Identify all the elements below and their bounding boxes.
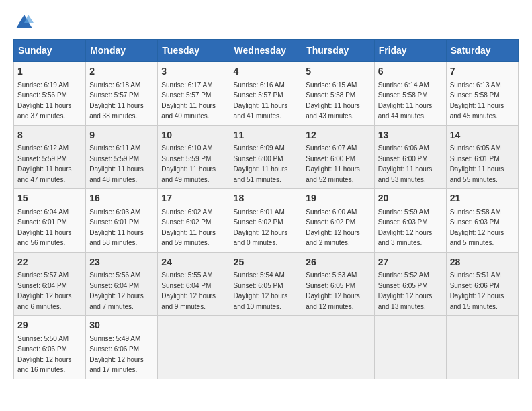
weekday-header-friday: Friday	[374, 40, 446, 62]
day-info: Sunrise: 5:59 AMSunset: 6:03 PMDaylight:…	[378, 208, 433, 247]
day-info: Sunrise: 5:52 AMSunset: 6:05 PMDaylight:…	[378, 271, 433, 310]
day-info: Sunrise: 5:51 AMSunset: 6:06 PMDaylight:…	[450, 271, 504, 310]
calendar-day-cell: 14 Sunrise: 6:05 AMSunset: 6:01 PMDaylig…	[446, 125, 518, 189]
day-number: 13	[378, 129, 443, 142]
calendar-day-cell	[230, 316, 302, 379]
logo-icon	[15, 13, 34, 32]
page-header	[13, 13, 519, 32]
day-info: Sunrise: 6:14 AMSunset: 5:58 PMDaylight:…	[378, 81, 433, 120]
day-info: Sunrise: 6:17 AMSunset: 5:57 PMDaylight:…	[161, 81, 216, 120]
calendar-day-cell: 26 Sunrise: 5:53 AMSunset: 6:05 PMDaylig…	[302, 252, 374, 316]
day-number: 20	[378, 192, 443, 205]
day-number: 21	[450, 192, 515, 205]
calendar-day-cell: 29 Sunrise: 5:50 AMSunset: 6:06 PMDaylig…	[14, 316, 86, 379]
calendar-table: SundayMondayTuesdayWednesdayThursdayFrid…	[13, 39, 519, 379]
day-info: Sunrise: 6:06 AMSunset: 6:00 PMDaylight:…	[378, 144, 433, 183]
day-number: 14	[450, 129, 515, 142]
calendar-day-cell: 18 Sunrise: 6:01 AMSunset: 6:02 PMDaylig…	[230, 189, 302, 253]
calendar-day-cell: 12 Sunrise: 6:07 AMSunset: 6:00 PMDaylig…	[302, 125, 374, 189]
day-number: 11	[234, 129, 299, 142]
day-info: Sunrise: 6:18 AMSunset: 5:57 PMDaylight:…	[89, 81, 144, 120]
calendar-day-cell: 21 Sunrise: 5:58 AMSunset: 6:03 PMDaylig…	[446, 189, 518, 253]
day-number: 2	[89, 65, 154, 79]
calendar-day-cell: 13 Sunrise: 6:06 AMSunset: 6:00 PMDaylig…	[374, 125, 446, 189]
day-info: Sunrise: 6:00 AMSunset: 6:02 PMDaylight:…	[306, 208, 360, 247]
day-number: 16	[89, 192, 154, 205]
day-number: 19	[306, 192, 370, 205]
day-info: Sunrise: 6:16 AMSunset: 5:57 PMDaylight:…	[234, 81, 288, 120]
day-number: 12	[306, 129, 370, 142]
calendar-day-cell: 10 Sunrise: 6:10 AMSunset: 5:59 PMDaylig…	[158, 125, 230, 189]
day-number: 15	[17, 192, 82, 205]
calendar-day-cell	[158, 316, 230, 379]
day-number: 17	[161, 192, 226, 205]
day-number: 10	[161, 129, 226, 142]
day-number: 5	[306, 65, 370, 79]
calendar-day-cell: 17 Sunrise: 6:02 AMSunset: 6:02 PMDaylig…	[158, 189, 230, 253]
day-info: Sunrise: 5:58 AMSunset: 6:03 PMDaylight:…	[450, 208, 504, 247]
day-number: 3	[161, 65, 226, 79]
day-number: 25	[234, 256, 299, 269]
day-info: Sunrise: 5:54 AMSunset: 6:05 PMDaylight:…	[234, 271, 288, 310]
day-info: Sunrise: 6:09 AMSunset: 6:00 PMDaylight:…	[234, 144, 288, 183]
day-info: Sunrise: 6:04 AMSunset: 6:01 PMDaylight:…	[17, 208, 72, 247]
weekday-header-wednesday: Wednesday	[230, 40, 302, 62]
day-info: Sunrise: 5:55 AMSunset: 6:04 PMDaylight:…	[161, 271, 216, 310]
calendar-day-cell: 30 Sunrise: 5:49 AMSunset: 6:06 PMDaylig…	[86, 316, 158, 379]
day-info: Sunrise: 6:19 AMSunset: 5:56 PMDaylight:…	[17, 81, 72, 120]
day-info: Sunrise: 6:07 AMSunset: 6:00 PMDaylight:…	[306, 144, 360, 183]
calendar-day-cell	[302, 316, 374, 379]
calendar-day-cell: 11 Sunrise: 6:09 AMSunset: 6:00 PMDaylig…	[230, 125, 302, 189]
calendar-day-cell: 16 Sunrise: 6:03 AMSunset: 6:01 PMDaylig…	[86, 189, 158, 253]
day-info: Sunrise: 5:50 AMSunset: 6:06 PMDaylight:…	[17, 335, 72, 374]
day-info: Sunrise: 5:56 AMSunset: 6:04 PMDaylight:…	[89, 271, 144, 310]
weekday-header-monday: Monday	[86, 40, 158, 62]
day-number: 6	[378, 65, 443, 79]
calendar-day-cell: 3 Sunrise: 6:17 AMSunset: 5:57 PMDayligh…	[158, 62, 230, 126]
calendar-day-cell: 27 Sunrise: 5:52 AMSunset: 6:05 PMDaylig…	[374, 252, 446, 316]
day-number: 7	[450, 65, 515, 79]
calendar-day-cell: 15 Sunrise: 6:04 AMSunset: 6:01 PMDaylig…	[14, 189, 86, 253]
calendar-day-cell: 2 Sunrise: 6:18 AMSunset: 5:57 PMDayligh…	[86, 62, 158, 126]
day-number: 26	[306, 256, 370, 269]
day-number: 23	[89, 256, 154, 269]
calendar-day-cell: 28 Sunrise: 5:51 AMSunset: 6:06 PMDaylig…	[446, 252, 518, 316]
calendar-week-row: 15 Sunrise: 6:04 AMSunset: 6:01 PMDaylig…	[14, 189, 519, 253]
day-info: Sunrise: 6:03 AMSunset: 6:01 PMDaylight:…	[89, 208, 144, 247]
day-info: Sunrise: 6:11 AMSunset: 5:59 PMDaylight:…	[89, 144, 144, 183]
calendar-day-cell: 9 Sunrise: 6:11 AMSunset: 5:59 PMDayligh…	[86, 125, 158, 189]
calendar-day-cell: 7 Sunrise: 6:13 AMSunset: 5:58 PMDayligh…	[446, 62, 518, 126]
calendar-day-cell: 23 Sunrise: 5:56 AMSunset: 6:04 PMDaylig…	[86, 252, 158, 316]
day-number: 9	[89, 129, 154, 142]
weekday-header-tuesday: Tuesday	[158, 40, 230, 62]
weekday-header-thursday: Thursday	[302, 40, 374, 62]
calendar-week-row: 29 Sunrise: 5:50 AMSunset: 6:06 PMDaylig…	[14, 316, 519, 379]
weekday-header-sunday: Sunday	[14, 40, 86, 62]
calendar-header-row: SundayMondayTuesdayWednesdayThursdayFrid…	[14, 40, 519, 62]
day-number: 8	[17, 129, 82, 142]
calendar-day-cell	[374, 316, 446, 379]
calendar-week-row: 22 Sunrise: 5:57 AMSunset: 6:04 PMDaylig…	[14, 252, 519, 316]
calendar-week-row: 8 Sunrise: 6:12 AMSunset: 5:59 PMDayligh…	[14, 125, 519, 189]
day-info: Sunrise: 6:12 AMSunset: 5:59 PMDaylight:…	[17, 144, 72, 183]
calendar-day-cell	[446, 316, 518, 379]
day-info: Sunrise: 5:53 AMSunset: 6:05 PMDaylight:…	[306, 271, 360, 310]
day-info: Sunrise: 6:02 AMSunset: 6:02 PMDaylight:…	[161, 208, 216, 247]
day-number: 27	[378, 256, 443, 269]
day-number: 4	[234, 65, 299, 79]
day-info: Sunrise: 6:05 AMSunset: 6:01 PMDaylight:…	[450, 144, 504, 183]
day-info: Sunrise: 6:01 AMSunset: 6:02 PMDaylight:…	[234, 208, 288, 247]
day-info: Sunrise: 6:13 AMSunset: 5:58 PMDaylight:…	[450, 81, 504, 120]
day-number: 28	[450, 256, 515, 269]
calendar-day-cell: 1 Sunrise: 6:19 AMSunset: 5:56 PMDayligh…	[14, 62, 86, 126]
day-number: 24	[161, 256, 226, 269]
calendar-week-row: 1 Sunrise: 6:19 AMSunset: 5:56 PMDayligh…	[14, 62, 519, 126]
day-info: Sunrise: 6:10 AMSunset: 5:59 PMDaylight:…	[161, 144, 216, 183]
day-number: 22	[17, 256, 82, 269]
calendar-day-cell: 4 Sunrise: 6:16 AMSunset: 5:57 PMDayligh…	[230, 62, 302, 126]
calendar-day-cell: 22 Sunrise: 5:57 AMSunset: 6:04 PMDaylig…	[14, 252, 86, 316]
day-info: Sunrise: 5:49 AMSunset: 6:06 PMDaylight:…	[89, 335, 144, 374]
day-number: 29	[17, 319, 82, 332]
logo	[13, 13, 34, 32]
weekday-header-saturday: Saturday	[446, 40, 518, 62]
